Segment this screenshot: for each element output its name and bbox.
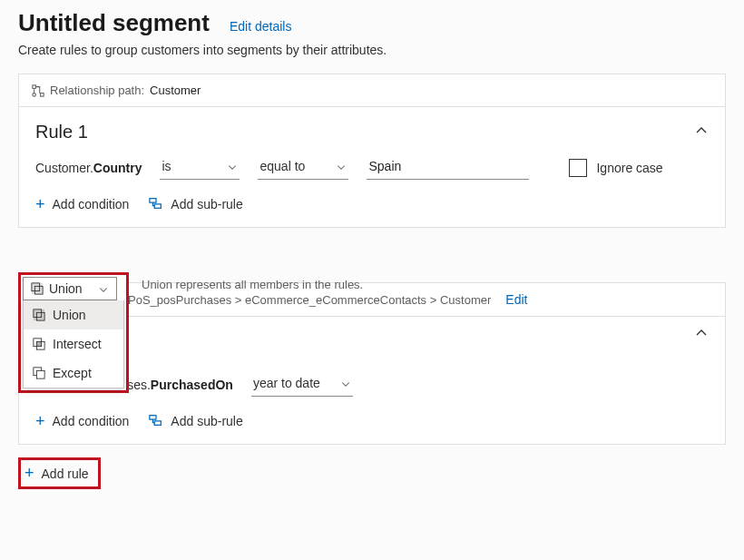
set-operator-option-union[interactable]: Union bbox=[24, 300, 123, 329]
svg-rect-1 bbox=[41, 93, 44, 96]
set-operator-menu: Union Intersect Except bbox=[23, 300, 124, 388]
set-operator-dropdown[interactable]: Union bbox=[23, 277, 117, 300]
operator2-dropdown[interactable]: equal to bbox=[258, 155, 348, 180]
svg-rect-0 bbox=[33, 84, 36, 88]
edit-relationship-link[interactable]: Edit bbox=[505, 292, 527, 307]
add-sub-rule-button[interactable]: Add sub-rule bbox=[149, 197, 242, 212]
add-rule-button[interactable]: + Add rule bbox=[18, 457, 101, 489]
svg-rect-13 bbox=[36, 341, 41, 346]
sub-rule-icon bbox=[149, 197, 163, 212]
union-icon bbox=[33, 309, 45, 321]
ignore-case-checkbox[interactable] bbox=[569, 159, 587, 177]
page-title: Untitled segment bbox=[18, 9, 210, 37]
svg-rect-17 bbox=[155, 420, 162, 424]
add-condition-button[interactable]: + Add condition bbox=[35, 196, 129, 212]
svg-rect-7 bbox=[32, 283, 43, 294]
set-operator-highlight: Union Union bbox=[18, 272, 129, 393]
svg-rect-10 bbox=[34, 309, 44, 320]
relationship-path-row: Relationship path: Customer bbox=[19, 74, 725, 107]
page-subtitle: Create rules to group customers into seg… bbox=[18, 43, 726, 57]
add-sub-rule-button[interactable]: Add sub-rule bbox=[149, 414, 242, 429]
add-condition-button[interactable]: + Add condition bbox=[35, 413, 129, 429]
relationship-path-label: Relationship path: bbox=[50, 84, 144, 97]
set-operator-option-intersect[interactable]: Intersect bbox=[24, 329, 123, 359]
collapse-chevron-icon[interactable] bbox=[694, 123, 709, 141]
svg-rect-3 bbox=[150, 198, 156, 201]
plus-icon: + bbox=[35, 413, 45, 429]
union-icon bbox=[31, 282, 44, 295]
svg-rect-16 bbox=[150, 415, 156, 418]
plus-icon: + bbox=[24, 464, 34, 483]
relationship-path-icon bbox=[32, 84, 44, 97]
collapse-chevron-icon[interactable] bbox=[694, 326, 709, 343]
condition-field: Customer.Country bbox=[35, 161, 142, 175]
operator1-dropdown[interactable]: is bbox=[160, 155, 240, 180]
svg-rect-4 bbox=[155, 203, 162, 207]
value-input[interactable] bbox=[367, 155, 529, 180]
sub-rule-icon bbox=[149, 414, 163, 429]
rule-card-1: Relationship path: Customer Rule 1 Custo… bbox=[18, 74, 726, 228]
ignore-case-label: Ignore case bbox=[596, 161, 662, 175]
except-icon bbox=[33, 367, 45, 379]
set-operator-hint: Union represents all members in the rule… bbox=[142, 278, 363, 291]
plus-icon: + bbox=[35, 196, 45, 212]
condition-row: Customer.Country is equal to Ignore case bbox=[35, 155, 709, 180]
svg-rect-15 bbox=[36, 370, 44, 378]
set-operator-option-except[interactable]: Except bbox=[24, 359, 123, 388]
edit-details-link[interactable]: Edit details bbox=[230, 19, 291, 34]
intersect-icon bbox=[33, 338, 45, 350]
rule-name: Rule 1 bbox=[35, 122, 88, 142]
svg-point-2 bbox=[33, 93, 36, 96]
relationship-path-value: Customer bbox=[150, 84, 201, 97]
